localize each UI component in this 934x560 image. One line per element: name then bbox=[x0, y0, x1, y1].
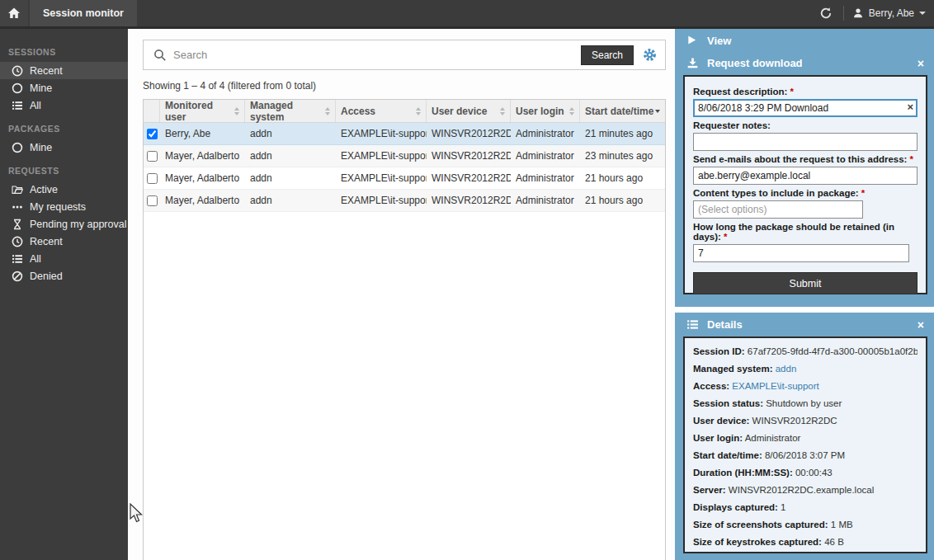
gear-icon bbox=[643, 48, 657, 62]
row-checkbox[interactable] bbox=[147, 195, 158, 206]
user-menu[interactable]: Berry, Abe bbox=[852, 7, 926, 19]
detail-start-date-time: Start date/time: 8/06/2018 3:07 PM bbox=[693, 447, 917, 464]
requester-notes-input[interactable] bbox=[693, 133, 917, 151]
row-checkbox[interactable] bbox=[147, 129, 158, 139]
detail-server: Server: WINSVR2012R2DC.example.local bbox=[693, 482, 917, 499]
cell-start-date-time: 21 minutes ago bbox=[580, 123, 665, 145]
row-checkbox[interactable] bbox=[147, 173, 158, 184]
close-icon[interactable]: × bbox=[917, 58, 924, 69]
details-list-icon bbox=[686, 318, 699, 331]
cell-user-login: Administrator bbox=[511, 123, 580, 145]
required-marker: * bbox=[790, 87, 793, 96]
detail-session-id: Session ID: 67af7205-9fdd-4f7d-a300-0000… bbox=[693, 343, 917, 360]
sidebar-item-requests-denied[interactable]: Denied bbox=[0, 267, 128, 285]
cell-monitored-user: Mayer, Adalberto bbox=[160, 145, 245, 167]
sidebar-item-label: Denied bbox=[30, 271, 63, 282]
sidebar-item-requests-pending-my-approval[interactable]: Pending my approval bbox=[0, 215, 128, 233]
column-header-start-date-time[interactable]: Start date/time bbox=[580, 100, 665, 122]
hourglass-icon bbox=[12, 219, 23, 230]
cell-managed-system: addn bbox=[245, 145, 336, 167]
detail-user-device: User device: WINSVR2012R2DC bbox=[693, 412, 917, 430]
email-field[interactable] bbox=[693, 167, 917, 185]
sort-icon bbox=[500, 107, 505, 115]
column-header-user-login[interactable]: User login bbox=[511, 100, 580, 122]
table-row[interactable]: Mayer, Adalberto addn EXAMPLE\it-support… bbox=[144, 145, 665, 167]
refresh-button[interactable] bbox=[817, 4, 835, 22]
cell-monitored-user: Mayer, Adalberto bbox=[160, 167, 245, 190]
cell-start-date-time: 21 hours ago bbox=[580, 167, 665, 190]
sidebar-item-requests-all[interactable]: All bbox=[0, 250, 128, 267]
details-header[interactable]: Details × bbox=[675, 313, 934, 335]
table-row[interactable]: Mayer, Adalberto addn EXAMPLE\it-support… bbox=[144, 167, 665, 190]
play-icon bbox=[686, 35, 699, 47]
table-row[interactable]: Mayer, Adalberto addn EXAMPLE\it-support… bbox=[144, 190, 665, 212]
view-section-header[interactable]: View bbox=[675, 29, 934, 51]
tab-session-monitor[interactable]: Session monitor bbox=[30, 0, 137, 26]
column-header-user-device[interactable]: User device bbox=[427, 100, 511, 122]
row-checkbox[interactable] bbox=[147, 151, 158, 162]
retention-days-input[interactable] bbox=[693, 244, 909, 262]
request-description-input[interactable] bbox=[693, 99, 917, 117]
column-header-managed-system[interactable]: Managed system bbox=[245, 100, 336, 122]
topbar: Session monitor Berry, Abe bbox=[0, 0, 934, 26]
chevron-down-icon bbox=[919, 12, 926, 15]
refresh-icon bbox=[819, 7, 833, 20]
cell-access: EXAMPLE\it-support bbox=[336, 145, 427, 167]
field-label: Send e-mails about the request to this a… bbox=[693, 154, 917, 164]
main-content: Search Showing 1 – 4 of 4 (filtered from… bbox=[128, 29, 675, 560]
cell-managed-system: addn bbox=[245, 167, 336, 190]
managed-system-link[interactable]: addn bbox=[776, 364, 797, 374]
clear-input-icon[interactable]: × bbox=[907, 101, 913, 112]
sidebar-item-label: Active bbox=[30, 184, 58, 195]
request-download-header[interactable]: Request download × bbox=[675, 51, 934, 73]
sidebar-section-requests: REQUESTS bbox=[0, 156, 128, 181]
sidebar-item-sessions-recent[interactable]: Recent bbox=[0, 62, 128, 79]
sidebar-item-label: Recent bbox=[30, 236, 63, 247]
content-types-select[interactable] bbox=[693, 200, 863, 219]
sidebar-item-label: My requests bbox=[30, 201, 86, 213]
sidebar-item-sessions-mine[interactable]: Mine bbox=[0, 79, 128, 96]
sidebar-section-sessions: SESSIONS bbox=[0, 37, 128, 62]
sort-icon-active-desc bbox=[655, 110, 660, 113]
circle-icon bbox=[12, 82, 23, 94]
close-icon[interactable]: × bbox=[917, 319, 924, 331]
sidebar-item-requests-my-requests[interactable]: My requests bbox=[0, 198, 128, 215]
cell-start-date-time: 21 hours ago bbox=[580, 190, 665, 212]
request-download-title: Request download bbox=[707, 57, 803, 69]
sessions-table: Monitored user Managed system Access Use… bbox=[143, 99, 666, 560]
detail-size-screenshots: Size of screenshots captured: 1 MB bbox=[693, 516, 917, 534]
sidebar-item-requests-active[interactable]: Active bbox=[0, 181, 128, 198]
search-settings-button[interactable] bbox=[640, 46, 658, 64]
detail-session-status: Session status: Shutdown by user bbox=[693, 395, 917, 412]
sort-icon bbox=[416, 107, 421, 115]
column-header-access[interactable]: Access bbox=[336, 100, 427, 122]
access-link[interactable]: EXAMPLE\it-support bbox=[732, 381, 818, 391]
sidebar-item-requests-recent[interactable]: Recent bbox=[0, 233, 128, 250]
request-download-panel: View Request download × Request descript… bbox=[675, 29, 934, 307]
sidebar-section-packages: PACKAGES bbox=[0, 114, 128, 139]
details-panel: Details × Session ID: 67af7205-9fdd-4f7d… bbox=[675, 313, 934, 560]
cell-user-device: WINSVR2012R2DC bbox=[427, 123, 511, 145]
detail-size-keystrokes: Size of keystrokes captured: 46 B bbox=[693, 534, 917, 551]
column-header-monitored-user[interactable]: Monitored user bbox=[160, 100, 245, 122]
sidebar: SESSIONS Recent Mine All PACKAGES Mine R… bbox=[0, 29, 128, 560]
clock-icon bbox=[12, 236, 23, 247]
results-summary: Showing 1 – 4 of 4 (filtered from 0 tota… bbox=[143, 80, 316, 92]
search-button[interactable]: Search bbox=[581, 45, 634, 65]
cell-start-date-time: 23 minutes ago bbox=[580, 145, 665, 167]
sidebar-item-sessions-all[interactable]: All bbox=[0, 96, 128, 114]
app-tab-label: Session monitor bbox=[43, 7, 124, 19]
home-icon bbox=[7, 7, 21, 20]
cell-access: EXAMPLE\it-support bbox=[336, 167, 427, 190]
cell-access: EXAMPLE\it-support bbox=[336, 123, 427, 145]
search-icon bbox=[153, 49, 167, 62]
search-input[interactable] bbox=[173, 49, 574, 61]
home-button[interactable] bbox=[0, 0, 28, 26]
sidebar-item-packages-mine[interactable]: Mine bbox=[0, 139, 128, 156]
submit-button[interactable]: Submit bbox=[693, 272, 917, 294]
detail-access: Access: EXAMPLE\it-support bbox=[693, 378, 917, 395]
table-empty-area bbox=[144, 212, 665, 560]
table-row[interactable]: Berry, Abe addn EXAMPLE\it-support WINSV… bbox=[144, 123, 665, 145]
user-name: Berry, Abe bbox=[869, 7, 914, 19]
field-label: Requester notes: bbox=[693, 120, 917, 130]
